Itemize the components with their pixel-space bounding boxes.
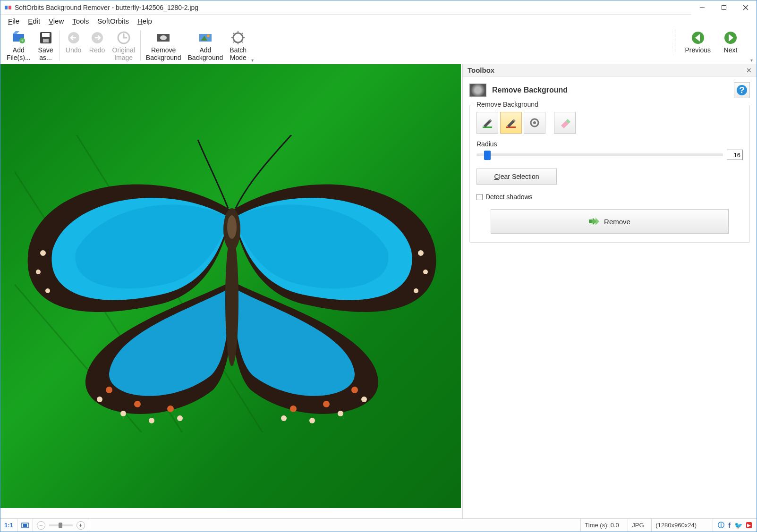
svg-point-19 xyxy=(207,34,210,37)
toolbox-panel-title: Toolbox xyxy=(468,66,494,74)
svg-point-37 xyxy=(36,270,41,274)
toolbox-title: Remove Background xyxy=(492,86,568,94)
radius-input[interactable] xyxy=(727,150,743,160)
radius-slider[interactable] xyxy=(476,153,723,156)
minimize-button[interactable] xyxy=(691,0,713,15)
title-bar: SoftOrbits Background Remover - butterfl… xyxy=(0,0,757,15)
undo-label: Undo xyxy=(66,46,81,54)
add-files-button[interactable]: + Add File(s)... xyxy=(3,29,34,63)
twitter-icon[interactable]: 🐦 xyxy=(734,522,742,529)
add-bg-icon xyxy=(198,30,213,45)
help-button[interactable]: ? xyxy=(734,82,750,98)
svg-point-42 xyxy=(97,397,102,402)
background-marker-button[interactable] xyxy=(500,112,522,134)
save-as-button[interactable]: Save as... xyxy=(34,29,58,63)
svg-point-52 xyxy=(167,405,174,412)
detect-shadows-checkbox[interactable] xyxy=(476,194,483,200)
next-label: Next xyxy=(724,46,738,54)
toolbar-overflow[interactable]: ▾ xyxy=(250,29,255,63)
original-image-label: Original Image xyxy=(112,46,135,61)
original-image-button[interactable]: Original Image xyxy=(109,29,138,63)
detect-shadows-label: Detect shadows xyxy=(485,193,533,201)
svg-text:?: ? xyxy=(740,85,745,95)
svg-point-54 xyxy=(323,401,330,407)
help-icon: ? xyxy=(736,84,748,96)
youtube-icon[interactable]: ▶ xyxy=(746,522,752,528)
redo-button[interactable]: Redo xyxy=(85,29,109,55)
zoom-ratio-label[interactable]: 1:1 xyxy=(0,519,17,532)
svg-rect-64 xyxy=(506,127,516,128)
svg-rect-0 xyxy=(5,6,8,9)
status-bar: 1:1 − + Time (s): 0.0 JPG (1280x960x24) … xyxy=(0,518,757,532)
facebook-icon[interactable]: f xyxy=(728,522,731,529)
zoom-slider-thumb[interactable] xyxy=(59,523,62,528)
menu-file[interactable]: File xyxy=(4,16,23,26)
svg-point-57 xyxy=(225,234,238,366)
nav-toolbar: Previous Next xyxy=(675,29,749,55)
previous-button[interactable]: Previous xyxy=(682,29,714,55)
svg-rect-1 xyxy=(9,6,11,9)
menu-edit[interactable]: Edit xyxy=(24,16,44,26)
svg-point-58 xyxy=(227,215,237,239)
maximize-button[interactable] xyxy=(713,0,735,15)
foreground-marker-button[interactable] xyxy=(476,112,498,134)
svg-point-55 xyxy=(290,405,297,412)
image-surface[interactable] xyxy=(0,64,461,508)
svg-point-46 xyxy=(361,397,367,402)
remove-bg-group: Remove Background xyxy=(469,105,750,243)
eraser-icon xyxy=(558,116,571,129)
next-button[interactable]: Next xyxy=(719,29,742,55)
menu-bar: File Edit View Tools SoftOrbits Help xyxy=(0,15,757,27)
original-image-icon xyxy=(116,30,131,45)
add-background-button[interactable]: Add Background xyxy=(185,29,227,63)
radius-label: Radius xyxy=(476,140,743,148)
pencil-red-icon xyxy=(504,116,518,129)
batch-mode-button[interactable]: Batch Mode xyxy=(226,29,250,63)
canvas-area[interactable] xyxy=(0,64,462,518)
batch-mode-label: Batch Mode xyxy=(230,46,247,61)
info-icon[interactable]: ⓘ xyxy=(718,521,724,530)
menu-softorbits[interactable]: SoftOrbits xyxy=(94,16,133,26)
toolbox-close-button[interactable]: ✕ xyxy=(744,67,754,74)
svg-point-49 xyxy=(281,415,287,421)
close-button[interactable] xyxy=(735,0,757,15)
svg-point-47 xyxy=(338,411,343,416)
detect-shadows-row[interactable]: Detect shadows xyxy=(476,193,743,201)
svg-point-43 xyxy=(120,411,126,416)
remove-button-label: Remove xyxy=(604,218,630,226)
zoom-slider[interactable] xyxy=(49,524,73,526)
add-files-icon: + xyxy=(11,30,26,45)
main-toolbar: + Add File(s)... Save as... Undo Redo Or… xyxy=(0,27,757,64)
eraser-marker-button[interactable] xyxy=(524,112,545,134)
clear-selection-button[interactable]: Clear Selection xyxy=(476,169,557,185)
menu-view[interactable]: View xyxy=(45,16,68,26)
eraser-tool-button[interactable] xyxy=(554,112,576,134)
previous-icon xyxy=(690,30,706,45)
menu-tools[interactable]: Tools xyxy=(68,16,93,26)
toolbar-separator xyxy=(140,31,141,61)
svg-point-40 xyxy=(423,270,428,274)
svg-point-41 xyxy=(414,288,418,293)
pencil-green-icon xyxy=(481,116,494,129)
zoom-out-button[interactable]: − xyxy=(37,521,45,530)
svg-point-38 xyxy=(45,288,50,293)
save-icon xyxy=(38,30,53,45)
nav-overflow[interactable]: ▾ xyxy=(749,29,754,63)
menu-help[interactable]: Help xyxy=(134,16,156,26)
svg-point-36 xyxy=(40,250,46,256)
remove-button[interactable]: Remove xyxy=(491,209,729,234)
toolbox-header: Toolbox ✕ xyxy=(463,64,757,76)
redo-icon xyxy=(90,30,105,45)
zoom-in-button[interactable]: + xyxy=(77,521,85,530)
remove-background-button[interactable]: Remove Background xyxy=(143,29,185,63)
undo-button[interactable]: Undo xyxy=(62,29,85,55)
butterfly-image xyxy=(15,135,449,432)
svg-point-39 xyxy=(418,250,424,256)
svg-line-28 xyxy=(241,33,243,34)
fit-button[interactable] xyxy=(17,519,33,532)
marker-tool-row xyxy=(476,112,743,134)
zoom-slider-cell: − + xyxy=(33,519,89,532)
save-as-label: Save as... xyxy=(38,46,53,61)
svg-point-45 xyxy=(177,415,183,421)
slider-thumb[interactable] xyxy=(484,151,491,160)
